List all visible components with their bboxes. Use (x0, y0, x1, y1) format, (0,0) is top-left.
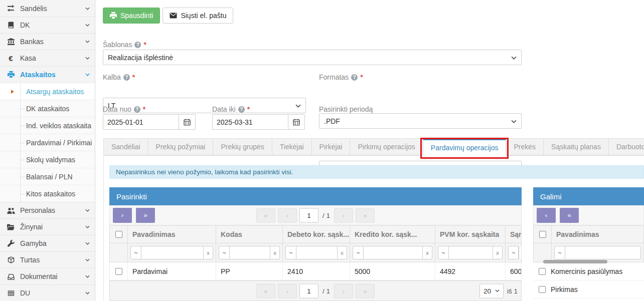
help-icon[interactable]: ? (238, 106, 245, 113)
tab-tiekejai[interactable]: Tiekėjai (272, 138, 312, 155)
printer-icon (6, 71, 16, 78)
submenu-item-pardavimai-pirkimai[interactable]: Pardavimai / Pirkimai (0, 134, 95, 151)
filter-clear-button[interactable]: x (422, 246, 432, 259)
move-all-left-button[interactable]: « (560, 208, 579, 223)
column-header-pavadinimas[interactable]: Pavadinimas (128, 226, 216, 243)
submenu-item-kitos-ataskaitos[interactable]: Kitos ataskaitos (0, 185, 95, 202)
sidebar-item-personalas[interactable]: Personalas (0, 202, 95, 218)
row-checkbox[interactable] (539, 268, 546, 275)
tab-pirkimu-operacijos[interactable]: Pirkimų operacijos (350, 138, 423, 155)
table-icon (6, 290, 16, 296)
filter-operator[interactable]: ~ (353, 246, 364, 259)
sidebar-item-dk[interactable]: DK (0, 17, 95, 33)
sidebar-item-kasa[interactable]: € Kasa (0, 50, 95, 66)
pager-last-button[interactable]: » (356, 208, 375, 222)
tab-prekes[interactable]: Prekės (506, 138, 544, 155)
tab-prekiu-pozymiai[interactable]: Prekių požymiai (148, 138, 214, 155)
tab-pane-border (103, 155, 104, 301)
filter-input-debeto[interactable] (296, 246, 337, 259)
submenu-item-skolu-valdymas[interactable]: Skolų valdymas (0, 151, 95, 168)
pager-last-button[interactable]: » (356, 283, 375, 298)
column-header-debeto[interactable]: Debeto kor. sąsk... (283, 226, 350, 243)
action-buttons: Spausdinti Siųsti el. paštu (103, 8, 233, 24)
filter-group-kodas: ~x (219, 246, 280, 259)
filter-operator[interactable]: ~ (219, 246, 230, 259)
pager-page-input[interactable]: 1 (299, 208, 318, 222)
help-icon[interactable]: ? (351, 74, 358, 81)
sidebar-item-turtas[interactable]: Turtas (0, 251, 95, 268)
filter-input-san[interactable] (519, 246, 521, 259)
column-header-pvm[interactable]: PVM kor. sąskaita (435, 226, 506, 243)
filter-operator[interactable]: ~ (438, 246, 449, 259)
table-row[interactable]: Pardavimai PP 2410 5000 4492 6000 (109, 262, 522, 280)
sidebar-item-dokumentai[interactable]: Dokumentai (0, 268, 95, 284)
formatas-value: .PDF (324, 117, 340, 125)
sablonas-select[interactable]: Realizacija išplėstinė (103, 50, 522, 65)
filter-input-kredito[interactable] (364, 246, 422, 259)
column-header-pavadinimas[interactable]: Pavadinimas (552, 226, 643, 243)
data-nuo-input[interactable] (103, 115, 179, 129)
move-left-button[interactable]: ‹ (537, 208, 556, 223)
formatas-select[interactable]: .PDF (319, 113, 522, 129)
tab-pirkejai[interactable]: Pirkėjai (311, 138, 351, 155)
pager-page-input[interactable]: 1 (299, 283, 318, 298)
move-all-right-button[interactable]: » (136, 208, 155, 223)
submenu-item-atsargu-ataskaitos[interactable]: Atsargų ataskaitos (0, 83, 95, 100)
row-checkbox[interactable] (115, 268, 122, 275)
column-header-kodas[interactable]: Kodas (216, 226, 283, 243)
pager-prev-button[interactable]: ‹ (278, 208, 297, 222)
tab-sandeliai[interactable]: Sandėliai (103, 138, 148, 155)
sidebar-item-ataskaitos[interactable]: Ataskaitos (0, 66, 95, 83)
filter-clear-button[interactable]: x (337, 246, 347, 259)
filter-clear-button[interactable]: x (270, 246, 279, 259)
filter-operator[interactable]: ~ (555, 246, 565, 259)
list-item[interactable]: Pirkimas (533, 280, 644, 298)
submenu-item-dk-ataskaitos[interactable]: DK ataskaitos (0, 100, 95, 117)
row-checkbox[interactable] (539, 286, 546, 293)
caret-right-icon (11, 90, 14, 94)
calendar-icon[interactable] (179, 115, 195, 129)
page-size-select[interactable]: 20 (479, 283, 504, 298)
select-all-checkbox[interactable] (539, 231, 546, 238)
help-icon[interactable]: ? (134, 42, 141, 48)
horizontal-scrollbar[interactable] (543, 260, 607, 263)
sidebar-item-gamyba[interactable]: Gamyba (0, 235, 95, 251)
sidebar-item-zinynai[interactable]: Žinynai (0, 218, 95, 235)
help-icon[interactable]: ? (123, 74, 130, 81)
chevron-down-icon (85, 242, 90, 245)
list-item[interactable]: Komercinis pasiūlymas (533, 262, 644, 280)
help-icon[interactable]: ? (134, 106, 140, 113)
filter-operator[interactable]: ~ (509, 246, 519, 259)
pager-next-button[interactable]: › (334, 283, 353, 298)
sidebar-item-du[interactable]: DU (0, 284, 95, 301)
pager-first-button[interactable]: « (256, 208, 275, 222)
column-header-kredito[interactable]: Kredito kor. sąsk... (350, 226, 435, 243)
filter-clear-button[interactable]: x (203, 246, 213, 259)
submenu-item-ind-veiklos-ataskaita[interactable]: Ind. veiklos ataskaita (0, 117, 95, 134)
calendar-icon[interactable] (288, 115, 304, 129)
required-marker: * (143, 105, 145, 113)
tab-darbuotojai[interactable]: Darbuotojai (608, 138, 644, 155)
filter-input-pvm[interactable] (449, 246, 493, 259)
filter-input-pavadinimas[interactable] (141, 246, 203, 259)
move-right-button[interactable]: › (113, 208, 132, 223)
pager-next-button[interactable]: › (334, 208, 353, 222)
tab-saskaitu-planas[interactable]: Sąskaitų planas (543, 138, 609, 155)
filter-operator[interactable]: ~ (131, 246, 141, 259)
tab-pardavimu-operacijos[interactable]: Pardavimų operacijos (423, 139, 507, 156)
select-all-checkbox[interactable] (115, 231, 122, 238)
sidebar-item-sandelis[interactable]: Sandėlis (0, 0, 95, 17)
filter-clear-button[interactable]: x (493, 246, 502, 259)
sidebar-item-bankas[interactable]: Bankas (0, 33, 95, 50)
tab-prekiu-grupes[interactable]: Prekių grupės (213, 138, 272, 155)
send-email-button[interactable]: Siųsti el. paštu (163, 8, 233, 24)
print-button[interactable]: Spausdinti (103, 8, 160, 24)
pager-first-button[interactable]: « (256, 283, 275, 298)
filter-input-pavadinimas[interactable] (565, 246, 640, 259)
column-header-san[interactable]: Sąn (506, 226, 521, 243)
submenu-item-balansai-pln[interactable]: Balansai / PLN (0, 168, 95, 185)
filter-operator[interactable]: ~ (286, 246, 296, 259)
data-iki-input[interactable] (213, 115, 288, 129)
filter-input-kodas[interactable] (230, 246, 270, 259)
pager-prev-button[interactable]: ‹ (278, 283, 297, 298)
